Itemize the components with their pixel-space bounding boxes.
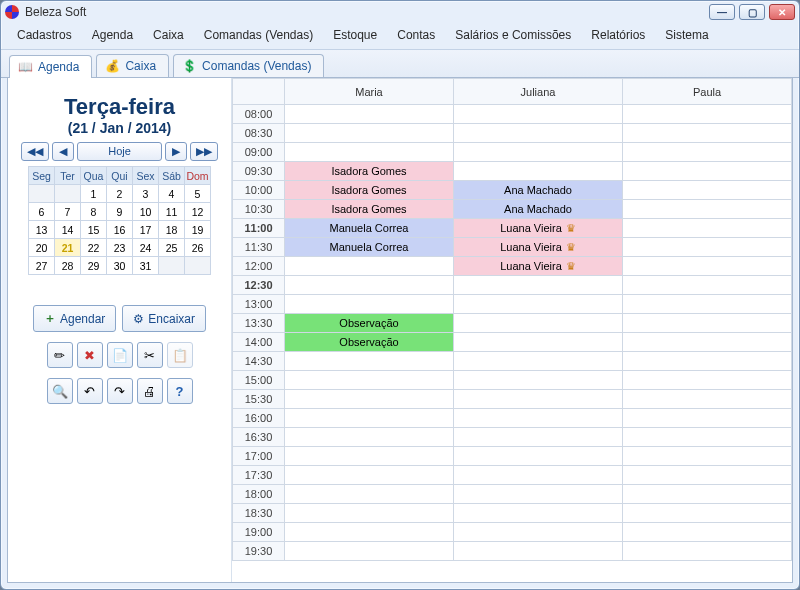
maximize-button[interactable]: ▢ xyxy=(739,4,765,20)
minimize-button[interactable]: — xyxy=(709,4,735,20)
undo-button[interactable]: ↶ xyxy=(77,378,103,404)
calendar-day[interactable]: 20 xyxy=(29,239,55,257)
schedule-cell[interactable] xyxy=(623,504,792,523)
schedule-cell[interactable] xyxy=(623,200,792,219)
schedule-cell[interactable] xyxy=(454,542,623,561)
calendar-day[interactable]: 11 xyxy=(159,203,185,221)
schedule-cell[interactable] xyxy=(623,371,792,390)
schedule-cell[interactable] xyxy=(285,371,454,390)
delete-button[interactable]: ✖ xyxy=(77,342,103,368)
calendar-day[interactable]: 21 xyxy=(55,239,81,257)
schedule-cell[interactable] xyxy=(285,523,454,542)
calendar-day[interactable]: 28 xyxy=(55,257,81,275)
calendar-day[interactable]: 3 xyxy=(133,185,159,203)
schedule-cell[interactable] xyxy=(623,295,792,314)
schedule-cell[interactable] xyxy=(454,352,623,371)
calendar-day[interactable]: 27 xyxy=(29,257,55,275)
calendar-day[interactable]: 6 xyxy=(29,203,55,221)
calendar-day[interactable]: 1 xyxy=(81,185,107,203)
calendar-day[interactable]: 30 xyxy=(107,257,133,275)
schedule-cell[interactable] xyxy=(623,257,792,276)
menu-comandas-vendas-[interactable]: Comandas (Vendas) xyxy=(194,25,323,45)
appointment[interactable]: Observação xyxy=(285,333,453,351)
calendar-day[interactable]: 10 xyxy=(133,203,159,221)
encaixar-button[interactable]: ⚙ Encaixar xyxy=(122,305,206,332)
menu-sal-rios-e-comiss-es[interactable]: Salários e Comissões xyxy=(445,25,581,45)
schedule-cell[interactable] xyxy=(623,409,792,428)
schedule-cell[interactable] xyxy=(623,542,792,561)
schedule-cell[interactable] xyxy=(285,428,454,447)
schedule-cell[interactable]: Manuela Correa xyxy=(285,238,454,257)
schedule-cell[interactable] xyxy=(623,181,792,200)
schedule-cell[interactable] xyxy=(454,523,623,542)
schedule-cell[interactable] xyxy=(454,105,623,124)
menu-sistema[interactable]: Sistema xyxy=(655,25,718,45)
schedule-cell[interactable] xyxy=(285,276,454,295)
schedule-cell[interactable] xyxy=(623,523,792,542)
schedule-cell[interactable] xyxy=(285,390,454,409)
calendar-day[interactable]: 31 xyxy=(133,257,159,275)
schedule-cell[interactable] xyxy=(454,276,623,295)
schedule-cell[interactable] xyxy=(454,428,623,447)
schedule-cell[interactable] xyxy=(454,333,623,352)
appointment[interactable]: Isadora Gomes xyxy=(285,200,453,218)
schedule-cell[interactable] xyxy=(454,295,623,314)
calendar-day[interactable]: 26 xyxy=(185,239,211,257)
calendar-day[interactable]: 8 xyxy=(81,203,107,221)
schedule-cell[interactable] xyxy=(623,162,792,181)
menu-contas[interactable]: Contas xyxy=(387,25,445,45)
schedule-cell[interactable] xyxy=(454,390,623,409)
schedule-cell[interactable] xyxy=(285,409,454,428)
calendar-day[interactable]: 9 xyxy=(107,203,133,221)
schedule-cell[interactable] xyxy=(285,124,454,143)
schedule-cell[interactable] xyxy=(623,314,792,333)
calendar-day[interactable]: 12 xyxy=(185,203,211,221)
calendar-day[interactable]: 23 xyxy=(107,239,133,257)
schedule-cell[interactable]: Luana Vieira♛ xyxy=(454,219,623,238)
appointment[interactable]: Ana Machado xyxy=(454,181,622,199)
schedule-cell[interactable] xyxy=(454,485,623,504)
schedule-cell[interactable] xyxy=(454,447,623,466)
schedule-cell[interactable]: Ana Machado xyxy=(454,181,623,200)
cut-button[interactable]: ✂ xyxy=(137,342,163,368)
appointment[interactable]: Isadora Gomes xyxy=(285,181,453,199)
schedule-cell[interactable] xyxy=(454,162,623,181)
schedule-cell[interactable]: Luana Vieira♛ xyxy=(454,238,623,257)
schedule-cell[interactable] xyxy=(623,428,792,447)
schedule-cell[interactable] xyxy=(623,124,792,143)
edit-button[interactable]: ✏ xyxy=(47,342,73,368)
schedule-cell[interactable]: Observação xyxy=(285,333,454,352)
schedule-cell[interactable] xyxy=(285,466,454,485)
schedule-cell[interactable] xyxy=(454,314,623,333)
schedule-cell[interactable] xyxy=(454,371,623,390)
redo-button[interactable]: ↷ xyxy=(107,378,133,404)
nav-last-button[interactable]: ▶▶ xyxy=(190,142,218,161)
calendar-day[interactable]: 13 xyxy=(29,221,55,239)
close-button[interactable]: ✕ xyxy=(769,4,795,20)
appointment[interactable]: Ana Machado xyxy=(454,200,622,218)
appointment[interactable]: Manuela Correa xyxy=(285,238,453,256)
calendar-day[interactable]: 7 xyxy=(55,203,81,221)
schedule-cell[interactable] xyxy=(454,466,623,485)
schedule-cell[interactable] xyxy=(454,143,623,162)
appointment[interactable]: Manuela Correa xyxy=(285,219,453,237)
menu-estoque[interactable]: Estoque xyxy=(323,25,387,45)
tab-agenda[interactable]: 📖Agenda xyxy=(9,55,92,78)
schedule-cell[interactable] xyxy=(285,105,454,124)
calendar-day[interactable]: 17 xyxy=(133,221,159,239)
calendar-day[interactable]: 18 xyxy=(159,221,185,239)
schedule-cell[interactable] xyxy=(285,485,454,504)
schedule-cell[interactable] xyxy=(454,409,623,428)
calendar-day[interactable]: 5 xyxy=(185,185,211,203)
menu-agenda[interactable]: Agenda xyxy=(82,25,143,45)
appointment[interactable]: Isadora Gomes xyxy=(285,162,453,180)
calendar-day[interactable]: 14 xyxy=(55,221,81,239)
schedule-cell[interactable] xyxy=(623,333,792,352)
schedule-cell[interactable] xyxy=(285,447,454,466)
schedule-cell[interactable] xyxy=(623,105,792,124)
appointment[interactable]: Luana Vieira♛ xyxy=(454,257,622,275)
schedule-cell[interactable] xyxy=(623,447,792,466)
tab-caixa[interactable]: 💰Caixa xyxy=(96,54,169,77)
schedule-cell[interactable]: Isadora Gomes xyxy=(285,162,454,181)
menu-relat-rios[interactable]: Relatórios xyxy=(581,25,655,45)
